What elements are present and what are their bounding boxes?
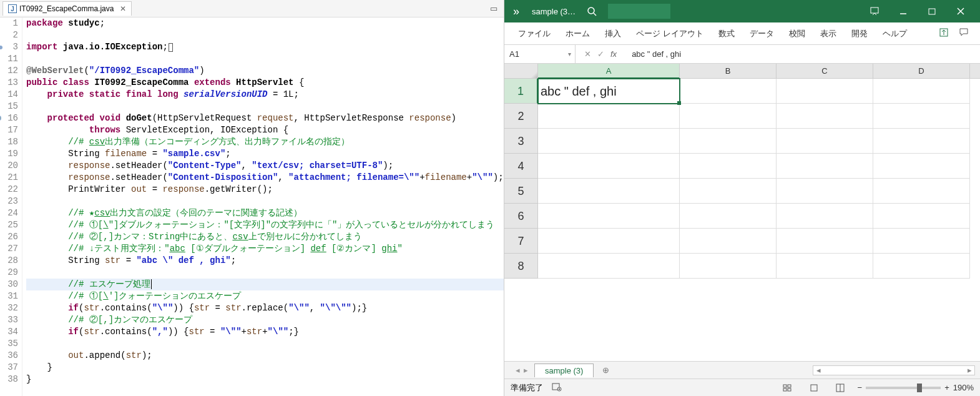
code-line[interactable]: response.setHeader("Content-Disposition"… [26, 172, 504, 184]
cell[interactable] [873, 104, 970, 129]
enter-icon[interactable]: ✓ [597, 49, 604, 59]
row-header[interactable]: 2 [504, 104, 538, 129]
select-all-corner[interactable] [504, 64, 538, 78]
zoom-in-icon[interactable]: + [944, 383, 949, 392]
cell[interactable] [538, 204, 680, 229]
cell[interactable] [538, 104, 680, 129]
cell[interactable] [680, 229, 777, 254]
cell[interactable] [873, 154, 970, 179]
cell[interactable] [538, 154, 680, 179]
ribbon-options-icon[interactable] [860, 0, 889, 22]
code-line[interactable]: } [26, 374, 504, 385]
row-header[interactable]: 1 [504, 79, 538, 104]
code-line[interactable]: package studyc; [26, 17, 504, 29]
code-line[interactable]: //# ↓テスト用文字列："abc [①ダブルクォーテーション] def [②カ… [26, 243, 504, 255]
cell[interactable] [873, 129, 970, 154]
cell[interactable] [777, 129, 873, 154]
column-header[interactable]: B [680, 64, 777, 78]
row-header[interactable]: 6 [504, 204, 538, 229]
sheet-tab-active[interactable]: sample (3) [534, 364, 594, 377]
code-content[interactable]: package studyc;import java.io.IOExceptio… [22, 17, 504, 396]
ribbon-tab[interactable]: ヘルプ [875, 23, 914, 44]
cell[interactable]: abc " def , ghi [538, 79, 680, 104]
cell[interactable] [680, 79, 777, 104]
name-box[interactable]: A1 [504, 45, 576, 64]
cell[interactable] [680, 254, 777, 279]
code-editor[interactable]: 1231112131415161718192021222324252627282… [0, 17, 504, 396]
ribbon-tab[interactable]: ホーム [558, 23, 597, 44]
row-header[interactable]: 8 [504, 254, 538, 279]
code-line[interactable]: } [26, 362, 504, 374]
sheet-next-icon[interactable]: ▸ [524, 365, 528, 375]
code-line[interactable]: if(str.contains(",")) {str = "\""+str+"\… [26, 326, 504, 338]
cell[interactable] [538, 254, 680, 279]
code-line[interactable]: throws ServletException, IOException { [26, 124, 504, 136]
code-line[interactable]: //# csv出力準備（エンコーディング方式、出力時ファイル名の指定） [26, 136, 504, 148]
zoom-slider[interactable] [866, 387, 941, 389]
close-icon[interactable] [946, 0, 975, 22]
spreadsheet-grid[interactable]: ABCD 1abc " def , ghi2345678 [504, 64, 980, 361]
ribbon-tab[interactable]: 数式 [711, 23, 742, 44]
cell[interactable] [680, 129, 777, 154]
sheet-prev-icon[interactable]: ◂ [516, 365, 520, 375]
normal-view-icon[interactable] [779, 382, 796, 394]
cell[interactable] [873, 79, 970, 104]
macro-record-icon[interactable] [552, 382, 562, 394]
cell[interactable] [873, 179, 970, 204]
close-icon[interactable]: ✕ [120, 4, 126, 13]
comments-icon[interactable] [954, 25, 974, 42]
cell[interactable] [680, 179, 777, 204]
page-break-view-icon[interactable] [831, 382, 849, 394]
code-line[interactable] [26, 267, 504, 279]
code-line[interactable]: String str = "abc \" def , ghi"; [26, 255, 504, 267]
ribbon-tab[interactable]: 挿入 [597, 23, 629, 44]
code-line[interactable]: out.append(str); [26, 350, 504, 362]
code-line[interactable]: private static final long serialVersionU… [26, 89, 504, 101]
cell[interactable] [777, 254, 873, 279]
code-line[interactable]: //# ①[\']クォーテーションのエスケープ [26, 290, 504, 302]
code-line[interactable]: @WebServlet("/IT0992_EscapeComma") [26, 65, 504, 77]
row-header[interactable]: 4 [504, 154, 538, 179]
cell[interactable] [680, 104, 777, 129]
ide-tab-active[interactable]: J IT0992_EscapeComma.java ✕ [2, 1, 132, 16]
maximize-icon[interactable] [918, 0, 946, 22]
fx-icon[interactable]: fx [610, 49, 617, 59]
cell[interactable] [777, 154, 873, 179]
cell[interactable] [538, 229, 680, 254]
ribbon-tab[interactable]: 開発 [844, 23, 875, 44]
row-header[interactable]: 5 [504, 179, 538, 204]
ribbon-tab[interactable]: 校閲 [782, 23, 813, 44]
formula-input[interactable]: abc " def , ghi [625, 49, 980, 59]
row-header[interactable]: 7 [504, 229, 538, 254]
code-line[interactable] [26, 53, 504, 65]
cell[interactable] [777, 204, 873, 229]
code-line[interactable]: //# ②[,]カンマ：String中にあると、csv上で別セルに分かれてしまう [26, 231, 504, 243]
add-sheet-icon[interactable]: ⊕ [594, 365, 618, 375]
cell[interactable] [777, 229, 873, 254]
code-line[interactable]: PrintWriter out = response.getWriter(); [26, 184, 504, 196]
cell[interactable] [680, 204, 777, 229]
ribbon-tab[interactable]: ページ レイアウト [629, 23, 711, 44]
zoom-out-icon[interactable]: − [858, 383, 863, 392]
row-header[interactable]: 3 [504, 129, 538, 154]
code-line[interactable] [26, 29, 504, 41]
horizontal-scrollbar[interactable]: ◂▸ [813, 365, 975, 375]
code-line[interactable]: public class IT0992_EscapeComma extends … [26, 77, 504, 89]
column-header[interactable]: C [777, 64, 873, 78]
code-line[interactable]: import java.io.IOException; [26, 41, 504, 53]
zoom-value[interactable]: 190% [953, 383, 974, 392]
code-line[interactable]: protected void doGet(HttpServletRequest … [26, 112, 504, 124]
cell[interactable] [777, 104, 873, 129]
code-line[interactable] [26, 101, 504, 112]
chevron-right-icon[interactable]: » [509, 5, 523, 18]
minimize-icon[interactable] [889, 0, 918, 22]
page-layout-view-icon[interactable] [805, 382, 823, 394]
ribbon-tab[interactable]: ファイル [511, 23, 558, 44]
ribbon-tab[interactable]: データ [742, 23, 782, 44]
account-box[interactable] [608, 4, 670, 19]
share-icon[interactable] [934, 25, 954, 42]
code-line[interactable]: //# エスケープ処理 [26, 279, 504, 290]
cancel-icon[interactable]: ✕ [584, 49, 591, 59]
code-line[interactable]: //# ①[\"]ダブルクォーテーション："[文字列]"の文字列中に「"」が入っ… [26, 219, 504, 231]
cell[interactable] [873, 254, 970, 279]
